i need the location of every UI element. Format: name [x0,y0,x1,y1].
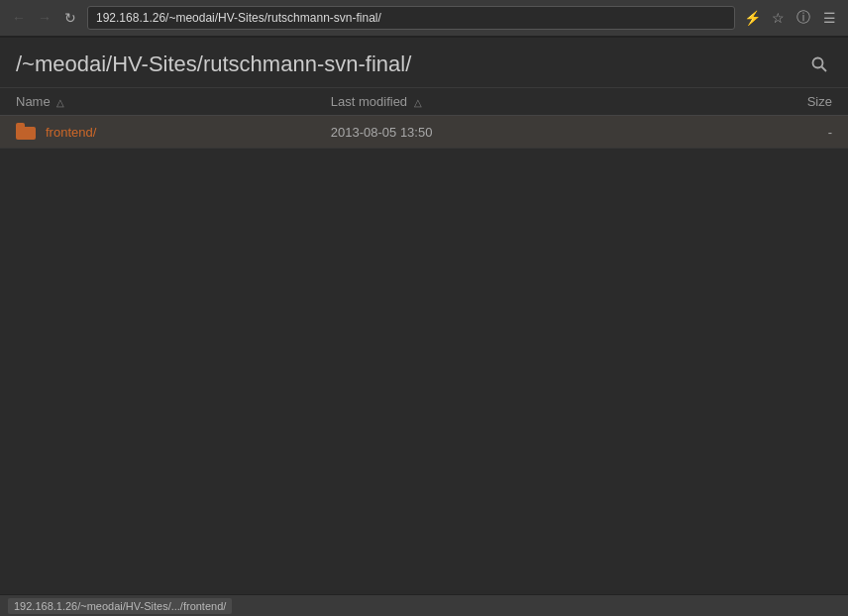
file-name-cell: frontend/ [0,116,315,149]
title-separator: / [405,51,411,76]
status-bar: 192.168.1.26/~meodai/HV-Sites/.../fronte… [0,594,848,616]
modified-sort-icon: △ [414,97,422,108]
page-title: /~meodai/HV-Sites/rutschmann-svn-final/ [16,51,411,77]
info-icon[interactable]: ⓘ [793,7,814,29]
menu-icon[interactable]: ☰ [818,7,840,29]
table-row[interactable]: frontend/ 2013-08-05 13:50 - [0,116,848,149]
svg-point-0 [813,58,823,68]
browser-toolbar: ← → ↻ 192.168.1.26/~meodai/HV-Sites/ruts… [0,0,848,37]
address-bar[interactable]: 192.168.1.26/~meodai/HV-Sites/rutschmann… [87,6,735,30]
name-sort-icon: △ [56,97,64,108]
title-prefix: /~meodai/HV-Sites/ [16,51,203,76]
reload-button[interactable]: ↻ [59,7,81,29]
file-size: - [689,116,848,149]
file-link[interactable]: frontend/ [46,125,96,140]
url-text: 192.168.1.26/~meodai/HV-Sites/rutschmann… [96,11,381,25]
browser-chrome: ← → ↻ 192.168.1.26/~meodai/HV-Sites/ruts… [0,0,848,38]
status-text: 192.168.1.26/~meodai/HV-Sites/.../fronte… [8,598,232,614]
back-button[interactable]: ← [8,7,30,29]
search-button[interactable] [806,51,832,77]
lightning-icon[interactable]: ⚡ [741,7,763,29]
star-icon[interactable]: ☆ [767,7,789,29]
search-icon [810,55,828,73]
column-header-size[interactable]: Size [689,88,848,116]
page-content: /~meodai/HV-Sites/rutschmann-svn-final/ … [0,38,848,590]
folder-icon [16,123,38,141]
column-header-last-modified[interactable]: Last modified △ [315,88,689,116]
file-table: Name △ Last modified △ Size frontend/ [0,88,848,149]
nav-buttons: ← → ↻ [8,7,81,29]
svg-line-1 [822,67,827,72]
page-header: /~meodai/HV-Sites/rutschmann-svn-final/ [0,38,848,88]
title-highlight: rutschmann-svn-final [203,51,405,76]
column-header-name[interactable]: Name △ [0,88,315,116]
toolbar-icons: ⚡ ☆ ⓘ ☰ [741,7,840,29]
table-header-row: Name △ Last modified △ Size [0,88,848,116]
forward-button[interactable]: → [34,7,55,29]
file-date: 2013-08-05 13:50 [315,116,689,149]
